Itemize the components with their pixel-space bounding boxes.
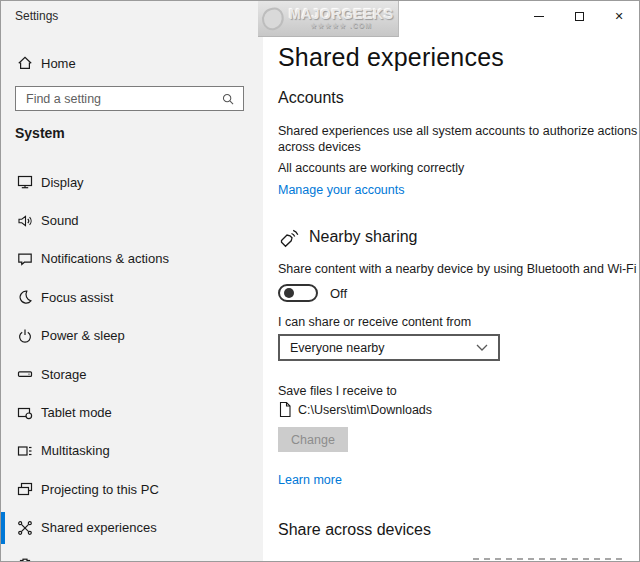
sidebar-item-label: Multitasking xyxy=(41,443,110,458)
save-path-row: C:\Users\tim\Downloads xyxy=(278,401,432,418)
power-icon xyxy=(17,328,33,344)
accounts-heading: Accounts xyxy=(278,89,344,107)
shared-experiences-icon xyxy=(17,520,33,536)
sidebar-item-focus-assist[interactable]: Focus assist xyxy=(1,278,263,316)
maximize-icon xyxy=(575,12,584,21)
storage-icon xyxy=(17,366,33,382)
settings-content-pane: ✕ Shared experiences Accounts Shared exp… xyxy=(263,1,639,561)
sidebar-item-multitasking[interactable]: Multitasking xyxy=(1,432,263,470)
sidebar-item-label: Storage xyxy=(41,367,87,382)
page-title: Shared experiences xyxy=(278,43,504,72)
home-icon xyxy=(17,55,33,71)
window-controls: ✕ xyxy=(519,1,639,31)
watermark-subtitle: ★★★★★ .COM xyxy=(289,22,394,30)
watermark-title: MAJORGEEKS xyxy=(289,7,394,22)
sidebar-item-label: Shared experiences xyxy=(41,520,157,535)
sidebar-item-label: Sound xyxy=(41,213,79,228)
sidebar-item-label: Projecting to this PC xyxy=(41,482,159,497)
dropdown-selected-value: Everyone nearby xyxy=(280,341,476,355)
nearby-sharing-toggle-row: Off xyxy=(278,284,347,302)
maximize-button[interactable] xyxy=(559,1,599,31)
sidebar-item-label: Power & sleep xyxy=(41,328,125,343)
clipboard-icon xyxy=(17,558,33,561)
watermark-mascot-icon xyxy=(260,5,287,32)
sidebar-item-clipboard[interactable]: Clipboard xyxy=(1,547,263,561)
settings-sidebar: Settings Home System Display xyxy=(1,1,263,561)
manage-accounts-link[interactable]: Manage your accounts xyxy=(278,183,404,197)
majorgeeks-watermark: MAJORGEEKS ★★★★★ .COM xyxy=(258,1,399,37)
search-input[interactable] xyxy=(16,92,221,106)
share-from-label: I can share or receive content from xyxy=(278,314,471,330)
toggle-state-label: Off xyxy=(330,286,347,301)
nearby-sharing-description: Share content with a nearby device by us… xyxy=(278,261,640,277)
sidebar-nav: Display Sound Notifications & actions xyxy=(1,163,263,561)
accounts-description: Shared experiences use all system accoun… xyxy=(278,123,640,156)
accounts-status: All accounts are working correctly xyxy=(278,160,464,176)
sidebar-item-shared-experiences[interactable]: Shared experiences xyxy=(1,509,263,547)
toggle-knob xyxy=(284,288,294,298)
sidebar-item-home[interactable]: Home xyxy=(1,47,263,79)
nearby-sharing-toggle[interactable] xyxy=(278,284,318,302)
save-files-label: Save files I receive to xyxy=(278,383,397,399)
sidebar-item-label: Home xyxy=(41,56,76,71)
share-from-dropdown[interactable]: Everyone nearby xyxy=(278,334,500,361)
sidebar-section-heading: System xyxy=(15,125,65,141)
search-box[interactable] xyxy=(15,86,244,111)
notifications-icon xyxy=(17,251,33,267)
search-icon[interactable] xyxy=(221,92,235,106)
learn-more-link[interactable]: Learn more xyxy=(278,473,342,487)
display-icon xyxy=(17,174,33,190)
sidebar-item-label: Clipboard xyxy=(41,559,97,561)
sidebar-item-storage[interactable]: Storage xyxy=(1,355,263,393)
nearby-sharing-header: Nearby sharing xyxy=(278,226,418,248)
close-icon: ✕ xyxy=(614,11,623,22)
nearby-sharing-icon xyxy=(278,226,300,248)
sidebar-item-display[interactable]: Display xyxy=(1,163,263,201)
sidebar-item-label: Focus assist xyxy=(41,290,113,305)
document-icon xyxy=(278,401,292,418)
chevron-down-icon xyxy=(476,344,488,352)
multitasking-icon xyxy=(17,443,33,459)
clipped-text-sliver xyxy=(473,558,623,560)
save-path-value: C:\Users\tim\Downloads xyxy=(298,403,432,417)
sidebar-item-tablet-mode[interactable]: Tablet mode xyxy=(1,393,263,431)
sidebar-item-label: Tablet mode xyxy=(41,405,112,420)
projecting-icon xyxy=(17,481,33,497)
minimize-icon xyxy=(534,16,544,17)
window-title: Settings xyxy=(15,9,58,23)
sidebar-item-sound[interactable]: Sound xyxy=(1,201,263,239)
close-button[interactable]: ✕ xyxy=(599,1,639,31)
focus-assist-icon xyxy=(17,289,33,305)
tablet-mode-icon xyxy=(17,405,33,421)
share-across-devices-heading: Share across devices xyxy=(278,521,431,539)
sidebar-item-label: Display xyxy=(41,175,84,190)
sidebar-item-projecting[interactable]: Projecting to this PC xyxy=(1,470,263,508)
sidebar-item-notifications[interactable]: Notifications & actions xyxy=(1,240,263,278)
minimize-button[interactable] xyxy=(519,1,559,31)
sidebar-item-power-sleep[interactable]: Power & sleep xyxy=(1,317,263,355)
change-button[interactable]: Change xyxy=(278,427,348,452)
sidebar-item-label: Notifications & actions xyxy=(41,251,169,266)
sound-icon xyxy=(17,213,33,229)
nearby-sharing-heading: Nearby sharing xyxy=(309,228,418,246)
